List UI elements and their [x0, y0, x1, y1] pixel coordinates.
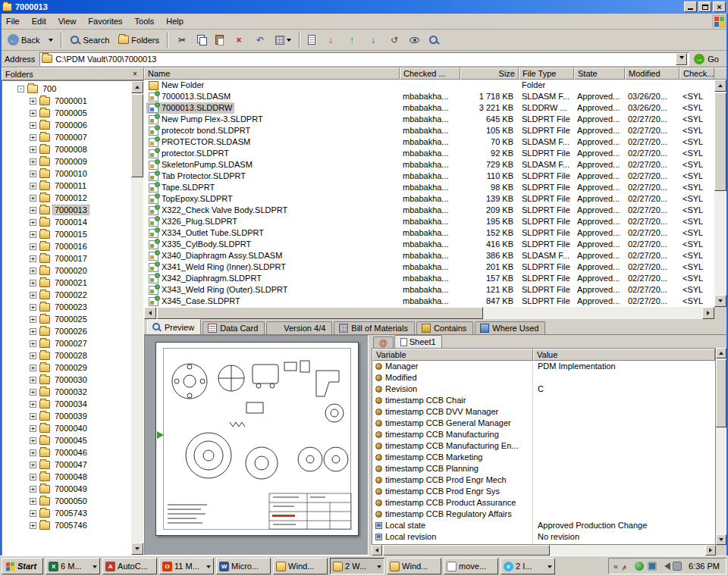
- tree-item[interactable]: + 7000001: [4, 95, 131, 107]
- data-card-row[interactable]: timestamp CCB Manufacturing: [372, 429, 715, 440]
- taskbar-button[interactable]: 2 W...: [330, 558, 384, 574]
- tree-item[interactable]: + 7000007: [4, 131, 131, 143]
- back-button[interactable]: ← Back: [3, 31, 44, 49]
- antivirus-icon[interactable]: [635, 562, 644, 571]
- expand-icon[interactable]: +: [30, 365, 36, 371]
- removable-device-icon[interactable]: [673, 562, 682, 571]
- scroll-right-button[interactable]: [702, 307, 714, 319]
- tree-item[interactable]: + 7000047: [4, 459, 131, 471]
- start-button[interactable]: Start: [2, 558, 43, 574]
- expand-icon[interactable]: +: [30, 304, 36, 311]
- taskbar-button[interactable]: move...: [444, 558, 498, 574]
- file-row[interactable]: protecotr bond.SLDPRT mbabakha... 105 KB…: [144, 125, 714, 136]
- tree-item[interactable]: + 7000015: [4, 228, 131, 240]
- data-card-row[interactable]: timestamp CCB Manufacturing En...: [372, 440, 715, 452]
- scroll-up-button[interactable]: [714, 80, 726, 92]
- file-row[interactable]: protector.SLDPRT mbabakha... 92 KB SLDPR…: [144, 148, 714, 159]
- column-header[interactable]: Modified: [625, 67, 679, 80]
- undo-button[interactable]: ↶: [249, 31, 271, 49]
- preview-toggle-button[interactable]: [405, 31, 424, 49]
- expand-icon[interactable]: +: [30, 474, 36, 481]
- tab-at[interactable]: @: [373, 337, 394, 348]
- scrollbar-thumb[interactable]: [131, 94, 143, 177]
- tab-sheet1[interactable]: Sheet1: [394, 335, 442, 348]
- scrollbar-thumb[interactable]: [716, 359, 726, 427]
- scrollbar-thumb[interactable]: [714, 92, 726, 191]
- expand-icon[interactable]: +: [30, 98, 36, 105]
- panel-tab[interactable]: Preview: [147, 319, 201, 334]
- scroll-down-button[interactable]: [716, 534, 726, 545]
- data-card-row[interactable]: timestamp CCB Chair: [372, 395, 715, 406]
- tree-item[interactable]: + 7000039: [4, 410, 131, 422]
- file-row[interactable]: X342_Diaphragm.SLDPRT mbabakha... 157 KB…: [144, 273, 714, 284]
- expand-icon[interactable]: +: [30, 280, 36, 286]
- file-row[interactable]: X345_Case.SLDPRT mbabakha... 847 KB SLDP…: [144, 296, 714, 307]
- tree-item[interactable]: + 7000009: [4, 155, 131, 167]
- file-row[interactable]: X343_Weld Ring (Outer).SLDPRT mbabakha..…: [144, 284, 714, 296]
- file-row[interactable]: TopEpoxy.SLDPRT mbabakha... 139 KB SLDPR…: [144, 193, 714, 205]
- data-card-row[interactable]: timestamp CCB DVV Manager: [372, 406, 715, 418]
- column-header[interactable]: File Type: [519, 67, 574, 80]
- data-card-row[interactable]: timestamp CCB Prod Engr Mech: [372, 474, 715, 486]
- address-input[interactable]: C:\PDM Vault\700\7000013: [39, 52, 689, 66]
- volume-icon[interactable]: [661, 562, 670, 570]
- scroll-left-button[interactable]: [372, 545, 382, 556]
- data-card-row[interactable]: timestamp CCB Regulatory Affairs: [372, 509, 715, 520]
- menu-item[interactable]: Tools: [129, 14, 161, 28]
- expand-icon[interactable]: +: [30, 486, 36, 493]
- tree-item[interactable]: + 7000034: [4, 398, 131, 410]
- expand-icon[interactable]: +: [30, 510, 36, 517]
- back-history-dropdown[interactable]: [44, 31, 58, 49]
- expand-icon[interactable]: +: [30, 231, 36, 238]
- menu-item[interactable]: Favorites: [82, 14, 128, 28]
- column-header-value[interactable]: Value: [533, 349, 715, 361]
- tree-item[interactable]: + 7000046: [4, 446, 131, 459]
- file-row[interactable]: X322_Check Valve Body.SLDPRT mbabakha...…: [144, 205, 714, 216]
- panel-tab[interactable]: Contains: [416, 321, 473, 334]
- tree-item[interactable]: + 7000025: [4, 313, 131, 325]
- data-card-row[interactable]: timestamp CCB Prod Engr Sys: [372, 486, 715, 497]
- expand-icon[interactable]: +: [30, 413, 36, 420]
- data-card-row[interactable]: timestamp CCB Planning: [372, 463, 715, 474]
- tree-item[interactable]: + 7000032: [4, 386, 131, 398]
- expand-icon[interactable]: +: [30, 462, 36, 468]
- expand-icon[interactable]: +: [30, 425, 36, 432]
- tree-item[interactable]: + 7000027: [4, 337, 131, 349]
- tree-scrollbar[interactable]: [131, 81, 143, 555]
- expand-icon[interactable]: +: [30, 316, 36, 323]
- taskbar-button[interactable]: AutoC...: [102, 558, 157, 574]
- folders-button[interactable]: Folders: [114, 31, 164, 49]
- tray-collapse-icon[interactable]: «: [613, 562, 618, 571]
- search-files-button[interactable]: [424, 31, 444, 49]
- scroll-down-button[interactable]: [131, 543, 143, 555]
- menu-item[interactable]: Help: [160, 14, 190, 28]
- file-row[interactable]: X341_Weld Ring (Inner).SLDPRT mbabakha..…: [144, 261, 714, 273]
- column-header[interactable]: Size: [460, 67, 519, 80]
- expand-icon[interactable]: +: [30, 110, 36, 117]
- expand-icon[interactable]: +: [30, 122, 36, 129]
- taskbar-button[interactable]: 6 M...: [46, 558, 100, 574]
- file-row[interactable]: X340_Diaphragm Assy.SLDASM mbabakha... 3…: [144, 250, 714, 261]
- data-card-row[interactable]: Local state Approved Production Change: [372, 520, 715, 531]
- taskbar-button[interactable]: Wind...: [387, 558, 441, 574]
- scroll-right-button[interactable]: [705, 545, 716, 556]
- expand-icon[interactable]: +: [30, 449, 36, 456]
- file-list-vscrollbar[interactable]: [714, 80, 726, 307]
- expand-icon[interactable]: +: [30, 134, 36, 141]
- panel-tab[interactable]: Where Used: [475, 321, 545, 334]
- get-latest-button[interactable]: ↓: [362, 31, 384, 49]
- expand-icon[interactable]: +: [30, 522, 36, 529]
- scroll-down-button[interactable]: [714, 295, 726, 307]
- copy-button[interactable]: [193, 31, 211, 49]
- tree-item[interactable]: + 7000010: [4, 167, 131, 180]
- column-header[interactable]: Checked ...: [400, 67, 460, 80]
- file-row[interactable]: 7000013.SLDASM mbabakha... 1 718 KB SLDA…: [144, 91, 714, 102]
- file-row[interactable]: X326_Plug.SLDPRT mbabakha... 195 KB SLDP…: [144, 216, 714, 227]
- pen-icon[interactable]: [622, 562, 631, 571]
- menu-item[interactable]: File: [0, 14, 26, 28]
- maximize-button[interactable]: [698, 2, 711, 12]
- close-button[interactable]: ×: [713, 2, 726, 12]
- data-card-row[interactable]: Modified: [372, 372, 715, 383]
- folders-panel-close-icon[interactable]: ×: [130, 69, 140, 79]
- menu-item[interactable]: View: [52, 14, 83, 28]
